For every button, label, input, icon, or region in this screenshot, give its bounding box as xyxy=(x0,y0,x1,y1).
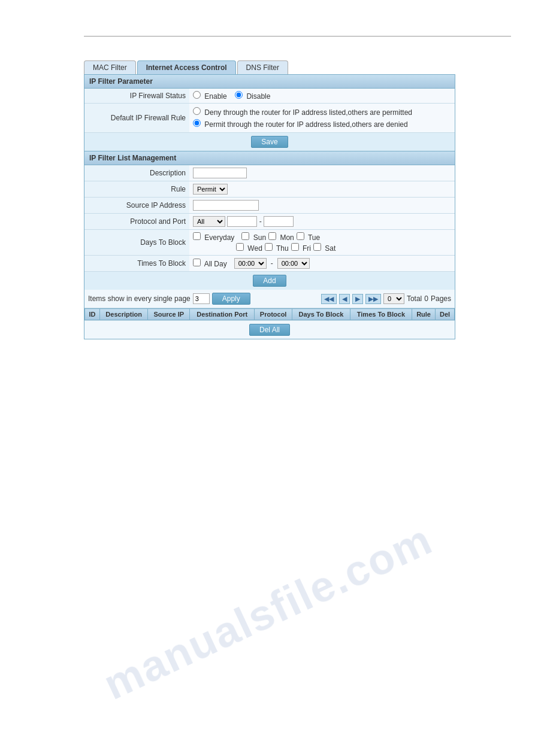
th-id: ID xyxy=(85,309,100,320)
disable-radio[interactable] xyxy=(235,91,243,99)
protocol-value: All TCP UDP ICMP - xyxy=(189,214,455,230)
permit-option-label[interactable]: Permit through the router for IP address… xyxy=(193,120,408,129)
prev-page-button[interactable]: ◀ xyxy=(339,294,350,304)
source-ip-row: Source IP Address xyxy=(84,198,455,214)
ip-filter-list-table: Description Rule Permit Deny Source IP A… xyxy=(84,165,455,290)
add-button[interactable]: Add xyxy=(253,275,286,287)
th-rule: Rule xyxy=(412,309,435,320)
permit-radio[interactable] xyxy=(193,119,201,127)
first-page-button[interactable]: ◀◀ xyxy=(321,294,337,304)
fri-checkbox[interactable] xyxy=(291,243,299,251)
add-row: Add xyxy=(84,272,455,290)
rule-value: Permit Deny xyxy=(189,181,455,198)
firewall-status-value: Enable Disable xyxy=(189,89,455,104)
allday-checkbox[interactable] xyxy=(193,259,201,266)
pages-label: Pages xyxy=(431,294,451,303)
sat-checkbox[interactable] xyxy=(313,243,321,251)
deny-option-label[interactable]: Deny through the router for IP address l… xyxy=(193,108,412,117)
tab-bar: MAC Filter Internet Access Control DNS F… xyxy=(84,60,511,74)
description-input[interactable] xyxy=(193,168,247,178)
enable-radio[interactable] xyxy=(193,91,201,99)
next-page-button[interactable]: ▶ xyxy=(352,294,363,304)
items-per-page-label: Items show in every single page xyxy=(88,294,191,303)
times-to-block-value: All Day 00:00 01:00 06:00 12:00 18:00 23… xyxy=(189,256,455,272)
tab-dns-filter[interactable]: DNS Filter xyxy=(237,60,288,74)
tue-checkbox[interactable] xyxy=(297,232,304,240)
rule-label: Rule xyxy=(84,181,189,198)
tab-internet-access-control[interactable]: Internet Access Control xyxy=(137,60,236,74)
thu-checkbox[interactable] xyxy=(265,243,273,251)
sun-check-label[interactable]: Sun xyxy=(241,232,266,242)
apply-button[interactable]: Apply xyxy=(212,293,250,305)
page-select[interactable]: 0 xyxy=(383,293,404,304)
days-to-block-label: Days To Block xyxy=(84,230,189,256)
port-to-input[interactable] xyxy=(264,216,294,227)
everyday-checkbox[interactable] xyxy=(193,232,201,240)
enable-radio-label[interactable]: Enable xyxy=(193,92,229,101)
save-row: Save xyxy=(84,133,455,151)
rule-row: Rule Permit Deny xyxy=(84,181,455,198)
time-from-select[interactable]: 00:00 01:00 06:00 12:00 18:00 23:00 xyxy=(234,258,267,269)
times-to-block-label: Times To Block xyxy=(84,256,189,272)
table-header-row: ID Description Source IP Destination Por… xyxy=(85,309,455,320)
ip-filter-list-header: IP Filter List Management xyxy=(84,151,455,165)
save-button[interactable]: Save xyxy=(251,136,288,148)
port-from-input[interactable] xyxy=(227,216,257,227)
protocol-label: Protocol and Port xyxy=(84,214,189,230)
mon-checkbox[interactable] xyxy=(268,232,276,240)
description-row: Description xyxy=(84,165,455,181)
main-panel: IP Filter Parameter IP Firewall Status E… xyxy=(84,74,455,339)
del-all-row: Del All xyxy=(84,320,455,339)
items-per-page-input[interactable] xyxy=(193,293,210,304)
th-del: Del xyxy=(436,309,455,320)
source-ip-label: Source IP Address xyxy=(84,198,189,214)
sat-check-label[interactable]: Sat xyxy=(313,243,335,253)
deny-radio[interactable] xyxy=(193,107,201,115)
th-source-ip: Source IP xyxy=(148,309,190,320)
disable-radio-label[interactable]: Disable xyxy=(235,92,270,101)
top-divider xyxy=(84,36,511,37)
wed-check-label[interactable]: Wed xyxy=(236,243,262,253)
tab-mac-filter[interactable]: MAC Filter xyxy=(84,60,136,74)
ip-filter-param-header: IP Filter Parameter xyxy=(84,75,455,89)
firewall-status-row: IP Firewall Status Enable Disable xyxy=(84,89,455,104)
source-ip-value xyxy=(189,198,455,214)
rule-select[interactable]: Permit Deny xyxy=(193,184,228,195)
protocol-select[interactable]: All TCP UDP ICMP xyxy=(193,216,225,227)
th-description: Description xyxy=(99,309,148,320)
tue-check-label[interactable]: Tue xyxy=(297,232,320,242)
protocol-row: Protocol and Port All TCP UDP ICMP - xyxy=(84,214,455,230)
days-to-block-row: Days To Block Everyday Sun xyxy=(84,230,455,256)
description-value xyxy=(189,165,455,181)
times-to-block-row: Times To Block All Day 00:00 01:00 06:00… xyxy=(84,256,455,272)
th-destination-port: Destination Port xyxy=(190,309,255,320)
ip-filter-data-table: ID Description Source IP Destination Por… xyxy=(84,308,455,320)
th-days-to-block: Days To Block xyxy=(292,309,350,320)
del-all-button[interactable]: Del All xyxy=(249,324,290,336)
time-to-select[interactable]: 00:00 01:00 06:00 12:00 18:00 23:00 xyxy=(277,258,310,269)
last-page-button[interactable]: ▶▶ xyxy=(365,294,381,304)
wed-checkbox[interactable] xyxy=(236,243,244,251)
th-protocol: Protocol xyxy=(255,309,292,320)
total-label: Total xyxy=(407,294,422,303)
description-label: Description xyxy=(84,165,189,181)
default-rule-label: Default IP Firewall Rule xyxy=(84,104,189,133)
total-pages: 0 xyxy=(424,294,428,303)
firewall-status-label: IP Firewall Status xyxy=(84,89,189,104)
fri-check-label[interactable]: Fri xyxy=(291,243,311,253)
everyday-check-label[interactable]: Everyday xyxy=(193,232,234,242)
source-ip-input[interactable] xyxy=(193,200,259,211)
allday-check-label[interactable]: All Day xyxy=(193,259,227,268)
th-times-to-block: Times To Block xyxy=(350,309,412,320)
mon-check-label[interactable]: Mon xyxy=(268,232,294,242)
sun-checkbox[interactable] xyxy=(241,232,249,240)
default-rule-row: Default IP Firewall Rule Deny through th… xyxy=(84,104,455,133)
default-rule-value: Deny through the router for IP address l… xyxy=(189,104,455,133)
days-to-block-value: Everyday Sun Mon xyxy=(189,230,455,256)
pagination-bar: Items show in every single page Apply ◀◀… xyxy=(84,290,455,308)
ip-filter-param-table: IP Firewall Status Enable Disable Defaul… xyxy=(84,89,455,151)
thu-check-label[interactable]: Thu xyxy=(265,243,289,253)
